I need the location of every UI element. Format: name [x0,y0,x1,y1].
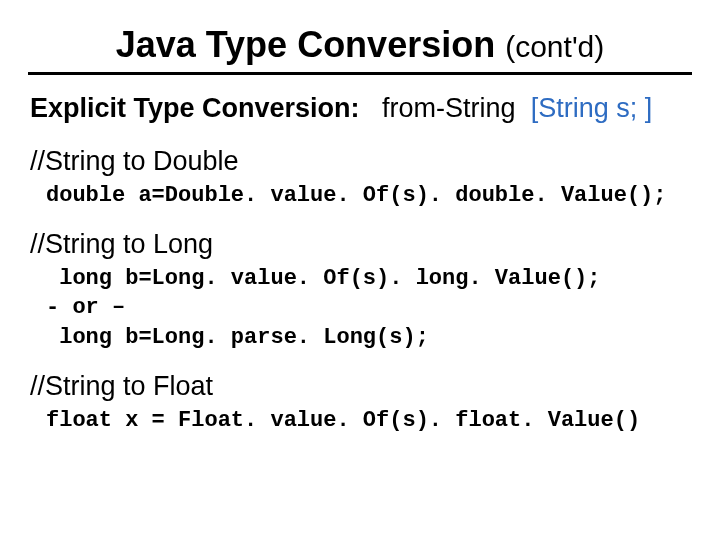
section-heading-float: //String to Float [30,371,692,402]
section-heading-double: //String to Double [30,146,692,177]
slide: Java Type Conversion (cont'd) Explicit T… [0,0,720,540]
subtitle-label: Explicit Type Conversion: [30,93,360,123]
code-double: double a=Double. value. Of(s). double. V… [46,181,692,211]
subtitle-blue: [String s; ] [531,93,653,123]
code-long-1: long b=Long. value. Of(s). long. Value()… [46,266,601,291]
slide-title: Java Type Conversion (cont'd) [28,24,692,66]
code-long-2: long b=Long. parse. Long(s); [46,325,429,350]
section-heading-long: //String to Long [30,229,692,260]
title-underline [28,72,692,75]
title-main: Java Type Conversion [116,24,495,65]
code-long-or: - or – [46,295,125,320]
code-float: float x = Float. value. Of(s). float. Va… [46,406,692,436]
subtitle-line: Explicit Type Conversion: from-String [S… [30,93,692,124]
subtitle-plain: from-String [382,93,516,123]
title-contd: (cont'd) [505,30,604,63]
code-long-block: long b=Long. value. Of(s). long. Value()… [46,264,692,353]
